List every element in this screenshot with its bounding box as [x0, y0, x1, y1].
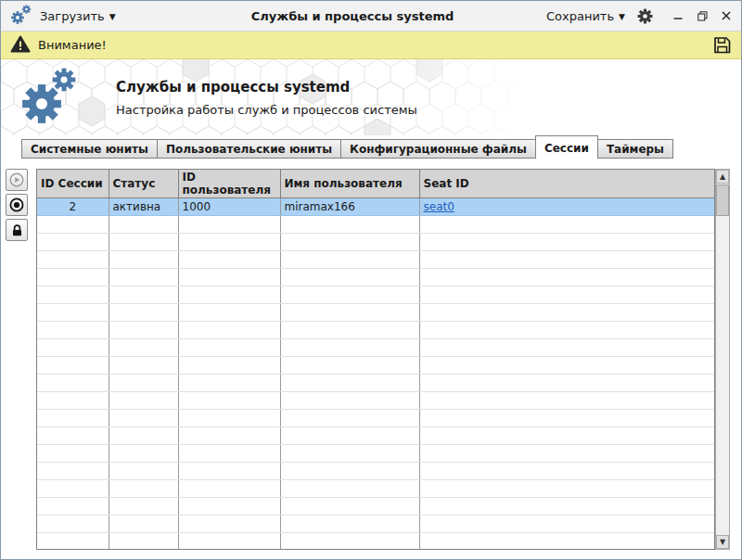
empty-cell [178, 515, 280, 533]
empty-cell [178, 269, 280, 286]
empty-cell [178, 322, 280, 339]
empty-cell [37, 251, 109, 269]
table-row[interactable]: 2активна1000miramax166seat0 [37, 198, 714, 216]
empty-row [37, 286, 714, 304]
empty-cell [419, 427, 714, 445]
empty-cell [109, 445, 178, 463]
empty-row [37, 445, 714, 463]
empty-cell [280, 234, 419, 251]
table-cell: miramax166 [280, 198, 419, 216]
tab-system-units[interactable]: Системные юниты [21, 139, 158, 159]
maximize-button[interactable] [695, 8, 710, 23]
empty-cell [280, 339, 419, 357]
empty-cell [280, 533, 419, 551]
save-button-label: Сохранить [546, 9, 614, 23]
empty-row [37, 463, 714, 480]
chevron-down-icon: ▼ [109, 12, 116, 21]
empty-row [37, 427, 714, 445]
column-header[interactable]: ID Сессии [37, 170, 109, 198]
empty-cell [419, 339, 714, 357]
table-cell: 1000 [178, 198, 280, 216]
empty-cell [37, 445, 109, 463]
side-toolbar [6, 169, 28, 241]
empty-cell [419, 322, 714, 339]
save-to-file-button[interactable] [712, 35, 732, 55]
save-button[interactable]: Сохранить ▼ [546, 9, 625, 23]
empty-cell [419, 286, 714, 304]
empty-row [37, 410, 714, 427]
page-header: Службы и процессы systemd Настройка рабо… [1, 59, 741, 135]
window-controls [671, 8, 734, 23]
vertical-scrollbar[interactable]: ▲ ▼ [715, 169, 730, 550]
empty-cell [109, 515, 178, 533]
app-window: Загрузить ▼ Службы и процессы systemd Со… [0, 0, 742, 560]
empty-row [37, 533, 714, 551]
tab-bar: Системные юнитыПользовательские юнитыКон… [21, 135, 672, 159]
empty-cell [37, 269, 109, 286]
close-button[interactable] [719, 8, 734, 23]
scrollbar-track[interactable] [716, 184, 729, 535]
empty-cell [37, 286, 109, 304]
empty-cell [178, 480, 280, 498]
empty-cell [280, 357, 419, 375]
minimize-icon [673, 11, 683, 20]
tab-user-units[interactable]: Пользовательские юниты [157, 139, 341, 159]
empty-cell [109, 410, 178, 427]
minimize-button[interactable] [671, 8, 685, 23]
empty-cell [37, 427, 109, 445]
empty-cell [178, 251, 280, 269]
header-gears-icon [18, 67, 77, 128]
empty-cell [419, 498, 714, 515]
empty-cell [109, 392, 178, 410]
empty-cell [419, 304, 714, 322]
lock-session-button[interactable] [6, 219, 28, 241]
empty-row [37, 304, 714, 322]
table-body: 2активна1000miramax166seat0 [37, 198, 714, 551]
scroll-down-button[interactable]: ▼ [716, 535, 729, 549]
table-cell: активна [109, 198, 178, 216]
maximize-icon [697, 11, 708, 21]
empty-cell [109, 304, 178, 322]
sessions-table: ID СессииСтатусID пользователяИмя пользо… [36, 169, 715, 550]
empty-cell [37, 339, 109, 357]
tab-sessions[interactable]: Сессии [535, 135, 598, 159]
scroll-up-button[interactable]: ▲ [716, 170, 729, 184]
empty-cell [419, 410, 714, 427]
empty-cell [280, 480, 419, 498]
empty-cell [37, 515, 109, 533]
empty-cell [280, 251, 419, 269]
table-cell: seat0 [419, 198, 714, 216]
empty-cell [419, 463, 714, 480]
empty-cell [37, 304, 109, 322]
floppy-save-icon [712, 35, 732, 55]
empty-cell [109, 251, 178, 269]
seat-link[interactable]: seat0 [424, 200, 454, 213]
empty-cell [280, 375, 419, 392]
empty-cell [109, 533, 178, 551]
scrollbar-thumb[interactable] [716, 185, 729, 216]
empty-cell [280, 498, 419, 515]
empty-cell [178, 463, 280, 480]
settings-gear-button[interactable] [636, 7, 654, 25]
column-header[interactable]: Имя пользователя [280, 170, 419, 198]
tab-timers[interactable]: Таймеры [597, 139, 673, 159]
sessions-table-el: ID СессииСтатусID пользователяИмя пользо… [37, 170, 714, 550]
column-header[interactable]: ID пользователя [178, 170, 280, 198]
stop-icon [9, 197, 24, 212]
empty-row [37, 357, 714, 375]
start-session-button[interactable] [6, 169, 28, 191]
titlebar-left: Загрузить ▼ [8, 3, 185, 30]
column-header[interactable]: Статус [109, 170, 178, 198]
tab-config-files[interactable]: Конфигурационные файлы [340, 139, 536, 159]
empty-cell [280, 410, 419, 427]
stop-session-button[interactable] [6, 194, 28, 216]
column-header[interactable]: Seat ID [419, 170, 714, 198]
empty-cell [109, 322, 178, 339]
empty-cell [419, 533, 714, 551]
table-cell: 2 [37, 198, 109, 216]
empty-cell [280, 304, 419, 322]
empty-cell [109, 375, 178, 392]
empty-cell [37, 533, 109, 551]
empty-cell [109, 357, 178, 375]
load-button[interactable]: Загрузить ▼ [40, 9, 116, 23]
